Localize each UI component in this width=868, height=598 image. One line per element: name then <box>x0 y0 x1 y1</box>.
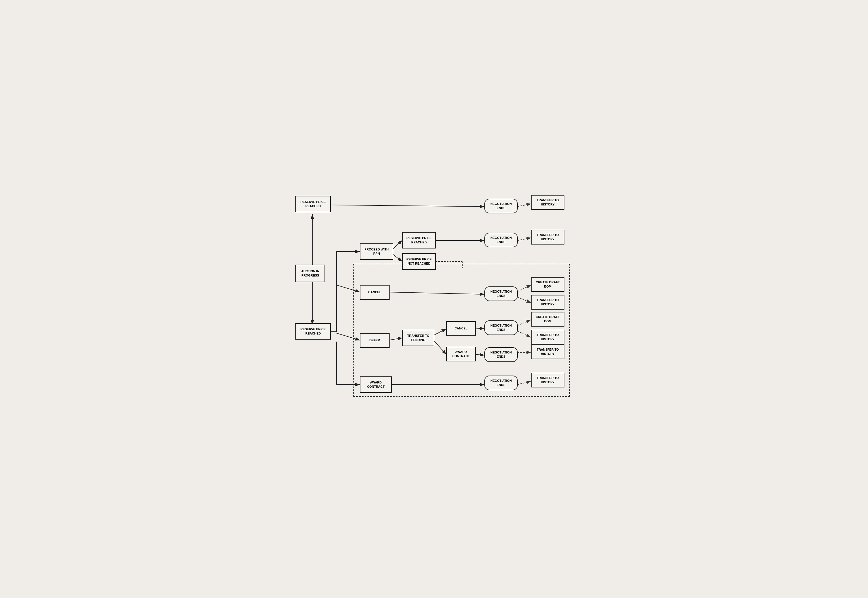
create-draft-bom-2-node: CREATE DRAFTBOM <box>531 312 564 327</box>
svg-line-12 <box>518 238 531 241</box>
negotiation-ends-1-node: NEGOTIATIONENDS <box>484 199 518 214</box>
svg-line-10 <box>393 254 402 262</box>
svg-line-5 <box>518 204 531 206</box>
reserve-price-not-reached-node: RESERVE PRICENOT REACHED <box>402 253 436 270</box>
reserve-price-reached-top-node: RESERVE PRICEREACHED <box>295 196 331 212</box>
award-contract-bottom-node: AWARDCONTRACT <box>360 377 392 393</box>
svg-line-4 <box>329 205 484 206</box>
reserve-price-reached-mid-node: RESERVE PRICEREACHED <box>402 232 436 248</box>
negotiation-ends-3-node: NEGOTIATIONENDS <box>484 286 518 301</box>
negotiation-ends-4-node: NEGOTIATIONENDS <box>484 320 518 335</box>
award-contract-mid-node: AWARDCONTRACT <box>446 347 476 362</box>
negotiation-ends-5-node: NEGOTIATIONENDS <box>484 347 518 362</box>
auction-in-progress-node: AUCTION IN PROGRESS <box>295 265 325 282</box>
create-draft-bom-1-node: CREATE DRAFTBOM <box>531 277 564 292</box>
proceed-with-rpn-node: PROCEED WITHRPN <box>360 244 393 260</box>
defer-node: DEFER <box>360 333 389 348</box>
negotiation-ends-2-node: NEGOTIATIONENDS <box>484 233 518 247</box>
svg-line-9 <box>393 240 402 249</box>
transfer-to-history-6-node: TRANSFER TOHISTORY <box>531 373 564 387</box>
transfer-to-history-5-node: TRANSFER TOHISTORY <box>531 344 564 359</box>
transfer-to-history-1-node: TRANSFER TOHISTORY <box>531 195 564 210</box>
cancel-mid-node: CANCEL <box>446 321 476 336</box>
negotiation-ends-6-node: NEGOTIATIONENDS <box>484 375 518 390</box>
transfer-to-history-2-node: TRANSFER TOHISTORY <box>531 230 564 245</box>
transfer-to-history-4-node: TRANSFER TOHISTORY <box>531 330 564 344</box>
transfer-to-pending-node: TRANSFER TOPENDING <box>402 330 434 346</box>
transfer-to-history-3-node: TRANSFER TOHISTORY <box>531 295 564 309</box>
cancel-top-node: CANCEL <box>360 285 389 300</box>
flowchart-diagram: AUCTION IN PROGRESS RESERVE PRICEREACHED… <box>292 189 576 410</box>
reserve-price-reached-bottom-node: RESERVE PRICEREACHED <box>295 323 331 339</box>
